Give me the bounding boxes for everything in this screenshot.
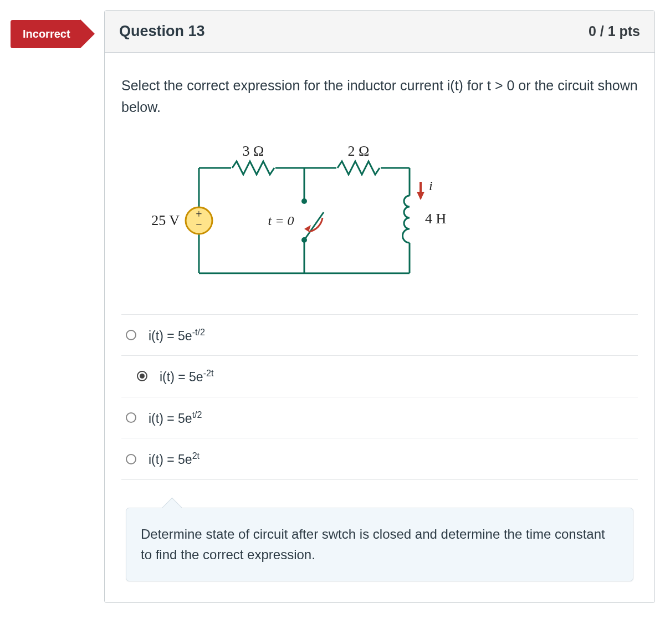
answer-text: i(t) = 5et/2 xyxy=(149,410,202,426)
question-prompt: Select the correct expression for the in… xyxy=(121,75,638,118)
question-points: 0 / 1 pts xyxy=(589,23,640,39)
inductor-label: 4 H xyxy=(425,211,447,227)
answer-option-2[interactable]: i(t) = 5e-2t xyxy=(121,355,638,397)
radio-icon xyxy=(126,412,136,423)
circuit-diagram: + − 3 Ω 2 Ω 25 V t = 0 i 4 H xyxy=(138,135,638,298)
status-flag-arrow-icon xyxy=(80,19,95,48)
answer-text: i(t) = 5e-t/2 xyxy=(149,327,205,344)
answer-text: i(t) = 5e2t xyxy=(149,451,200,467)
svg-text:−: − xyxy=(196,218,202,231)
svg-line-7 xyxy=(304,212,324,240)
r1-label: 3 Ω xyxy=(243,143,264,159)
r2-label: 2 Ω xyxy=(348,143,370,159)
radio-icon xyxy=(126,454,136,464)
radio-icon xyxy=(126,330,136,340)
svg-marker-17 xyxy=(417,192,424,200)
answer-option-3[interactable]: i(t) = 5et/2 xyxy=(121,397,638,438)
question-header: Question 13 0 / 1 pts xyxy=(105,11,654,53)
feedback-box: Determine state of circuit after swtch i… xyxy=(126,508,633,581)
svg-point-8 xyxy=(301,198,307,204)
current-label: i xyxy=(429,178,433,193)
question-title: Question 13 xyxy=(119,23,205,40)
status-flag-label: Incorrect xyxy=(11,20,80,48)
answer-list: i(t) = 5e-t/2 i(t) = 5e-2t i(t) = 5et/2 … xyxy=(121,314,638,481)
answer-text: i(t) = 5e-2t xyxy=(160,368,213,385)
question-body: Select the correct expression for the in… xyxy=(105,53,654,602)
answer-option-1[interactable]: i(t) = 5e-t/2 xyxy=(121,314,638,356)
question-card: Incorrect Question 13 0 / 1 pts Select t… xyxy=(104,10,655,603)
source-label: 25 V xyxy=(151,212,180,228)
radio-icon xyxy=(137,371,147,381)
feedback-text: Determine state of circuit after swtch i… xyxy=(141,527,605,562)
answer-option-4[interactable]: i(t) = 5e2t xyxy=(121,438,638,480)
status-flag: Incorrect xyxy=(11,19,95,48)
switch-label: t = 0 xyxy=(268,213,294,228)
svg-point-9 xyxy=(301,237,307,243)
